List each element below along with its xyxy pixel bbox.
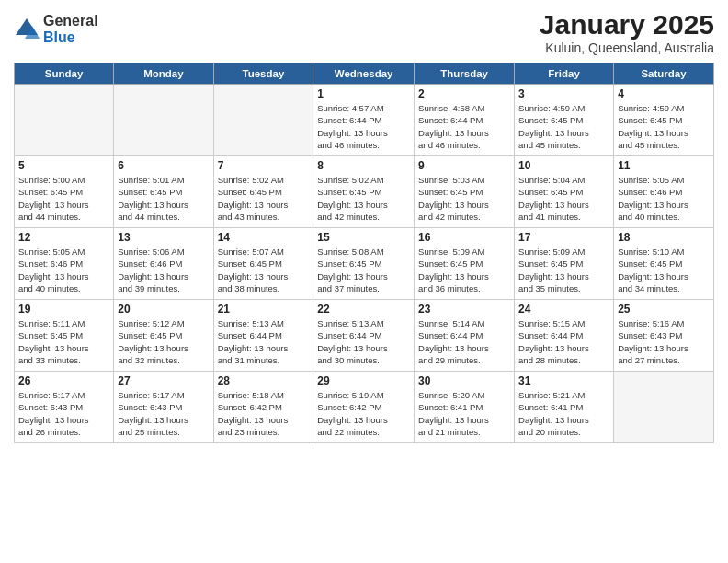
day-info: Sunrise: 4:58 AM Sunset: 6:44 PM Dayligh…: [418, 102, 510, 151]
day-info: Sunrise: 5:02 AM Sunset: 6:45 PM Dayligh…: [218, 174, 310, 223]
day-info: Sunrise: 4:57 AM Sunset: 6:44 PM Dayligh…: [317, 102, 410, 151]
table-row: 6Sunrise: 5:01 AM Sunset: 6:45 PM Daylig…: [114, 156, 213, 228]
week-row-2: 12Sunrise: 5:05 AM Sunset: 6:46 PM Dayli…: [15, 228, 714, 300]
calendar-table: Sunday Monday Tuesday Wednesday Thursday…: [14, 63, 714, 443]
day-number: 9: [418, 159, 510, 172]
table-row: [213, 85, 313, 156]
table-row: 21Sunrise: 5:13 AM Sunset: 6:44 PM Dayli…: [213, 300, 313, 372]
table-row: 17Sunrise: 5:09 AM Sunset: 6:45 PM Dayli…: [515, 228, 614, 300]
day-number: 13: [118, 231, 209, 244]
day-info: Sunrise: 5:15 AM Sunset: 6:44 PM Dayligh…: [518, 317, 609, 366]
day-number: 24: [518, 303, 609, 316]
day-info: Sunrise: 5:06 AM Sunset: 6:46 PM Dayligh…: [118, 246, 209, 294]
table-row: 3Sunrise: 4:59 AM Sunset: 6:45 PM Daylig…: [515, 85, 614, 156]
day-info: Sunrise: 5:17 AM Sunset: 6:43 PM Dayligh…: [118, 389, 209, 438]
day-number: 20: [118, 303, 209, 316]
header-saturday: Saturday: [614, 63, 714, 85]
day-number: 26: [18, 374, 109, 387]
day-info: Sunrise: 5:11 AM Sunset: 6:45 PM Dayligh…: [18, 317, 109, 366]
table-row: 25Sunrise: 5:16 AM Sunset: 6:43 PM Dayli…: [614, 300, 714, 372]
day-number: 6: [118, 159, 209, 172]
title-block: January 2025 Kuluin, Queensland, Austral…: [540, 9, 714, 55]
table-row: 31Sunrise: 5:21 AM Sunset: 6:41 PM Dayli…: [515, 372, 614, 443]
day-info: Sunrise: 5:01 AM Sunset: 6:45 PM Dayligh…: [118, 174, 209, 223]
day-number: 18: [618, 231, 710, 244]
day-info: Sunrise: 5:03 AM Sunset: 6:45 PM Dayligh…: [418, 174, 510, 223]
table-row: [15, 85, 114, 156]
day-number: 27: [118, 374, 209, 387]
table-row: [614, 372, 714, 443]
table-row: 11Sunrise: 5:05 AM Sunset: 6:46 PM Dayli…: [614, 156, 714, 228]
day-info: Sunrise: 5:05 AM Sunset: 6:46 PM Dayligh…: [618, 174, 710, 223]
table-row: 27Sunrise: 5:17 AM Sunset: 6:43 PM Dayli…: [114, 372, 213, 443]
day-number: 30: [418, 374, 510, 387]
header-friday: Friday: [515, 63, 614, 85]
logo-icon: [14, 17, 40, 42]
table-row: 14Sunrise: 5:07 AM Sunset: 6:45 PM Dayli…: [213, 228, 313, 300]
day-info: Sunrise: 5:02 AM Sunset: 6:45 PM Dayligh…: [317, 174, 410, 223]
month-title: January 2025: [540, 9, 714, 40]
day-info: Sunrise: 5:17 AM Sunset: 6:43 PM Dayligh…: [18, 389, 109, 438]
day-info: Sunrise: 5:21 AM Sunset: 6:41 PM Dayligh…: [518, 389, 609, 438]
day-info: Sunrise: 5:20 AM Sunset: 6:41 PM Dayligh…: [418, 389, 510, 438]
day-number: 19: [18, 303, 109, 316]
day-number: 7: [218, 159, 310, 172]
day-number: 17: [518, 231, 609, 244]
day-info: Sunrise: 5:00 AM Sunset: 6:45 PM Dayligh…: [18, 174, 109, 223]
weekday-header-row: Sunday Monday Tuesday Wednesday Thursday…: [15, 63, 714, 85]
table-row: 15Sunrise: 5:08 AM Sunset: 6:45 PM Dayli…: [313, 228, 415, 300]
table-row: 10Sunrise: 5:04 AM Sunset: 6:45 PM Dayli…: [515, 156, 614, 228]
week-row-0: 1Sunrise: 4:57 AM Sunset: 6:44 PM Daylig…: [15, 85, 714, 156]
day-info: Sunrise: 5:19 AM Sunset: 6:42 PM Dayligh…: [317, 389, 410, 438]
day-number: 22: [317, 303, 410, 316]
table-row: 7Sunrise: 5:02 AM Sunset: 6:45 PM Daylig…: [213, 156, 313, 228]
header-tuesday: Tuesday: [213, 63, 313, 85]
day-number: 23: [418, 303, 510, 316]
header-wednesday: Wednesday: [313, 63, 415, 85]
table-row: 4Sunrise: 4:59 AM Sunset: 6:45 PM Daylig…: [614, 85, 714, 156]
day-info: Sunrise: 5:16 AM Sunset: 6:43 PM Dayligh…: [618, 317, 710, 366]
table-row: 28Sunrise: 5:18 AM Sunset: 6:42 PM Dayli…: [213, 372, 313, 443]
day-info: Sunrise: 5:18 AM Sunset: 6:42 PM Dayligh…: [218, 389, 310, 438]
day-info: Sunrise: 5:04 AM Sunset: 6:45 PM Dayligh…: [518, 174, 609, 223]
logo: General Blue: [14, 13, 98, 45]
table-row: 30Sunrise: 5:20 AM Sunset: 6:41 PM Dayli…: [415, 372, 515, 443]
day-info: Sunrise: 5:14 AM Sunset: 6:44 PM Dayligh…: [418, 317, 510, 366]
day-number: 31: [518, 374, 609, 387]
header-thursday: Thursday: [415, 63, 515, 85]
day-info: Sunrise: 5:09 AM Sunset: 6:45 PM Dayligh…: [518, 246, 609, 294]
table-row: 26Sunrise: 5:17 AM Sunset: 6:43 PM Dayli…: [15, 372, 114, 443]
day-number: 1: [317, 87, 410, 100]
day-number: 14: [218, 231, 310, 244]
table-row: 16Sunrise: 5:09 AM Sunset: 6:45 PM Dayli…: [415, 228, 515, 300]
day-info: Sunrise: 5:07 AM Sunset: 6:45 PM Dayligh…: [218, 246, 310, 294]
table-row: 29Sunrise: 5:19 AM Sunset: 6:42 PM Dayli…: [313, 372, 415, 443]
table-row: 1Sunrise: 4:57 AM Sunset: 6:44 PM Daylig…: [313, 85, 415, 156]
day-info: Sunrise: 5:13 AM Sunset: 6:44 PM Dayligh…: [218, 317, 310, 366]
table-row: 24Sunrise: 5:15 AM Sunset: 6:44 PM Dayli…: [515, 300, 614, 372]
day-number: 15: [317, 231, 410, 244]
table-row: 20Sunrise: 5:12 AM Sunset: 6:45 PM Dayli…: [114, 300, 213, 372]
table-row: 19Sunrise: 5:11 AM Sunset: 6:45 PM Dayli…: [15, 300, 114, 372]
day-number: 29: [317, 374, 410, 387]
day-number: 3: [518, 87, 609, 100]
table-row: [114, 85, 213, 156]
table-row: 8Sunrise: 5:02 AM Sunset: 6:45 PM Daylig…: [313, 156, 415, 228]
day-info: Sunrise: 5:09 AM Sunset: 6:45 PM Dayligh…: [418, 246, 510, 294]
table-row: 13Sunrise: 5:06 AM Sunset: 6:46 PM Dayli…: [114, 228, 213, 300]
day-info: Sunrise: 5:05 AM Sunset: 6:46 PM Dayligh…: [18, 246, 109, 294]
day-info: Sunrise: 4:59 AM Sunset: 6:45 PM Dayligh…: [518, 102, 609, 151]
day-info: Sunrise: 5:10 AM Sunset: 6:45 PM Dayligh…: [618, 246, 710, 294]
logo-blue-text: Blue: [43, 29, 98, 46]
header-monday: Monday: [114, 63, 213, 85]
day-number: 21: [218, 303, 310, 316]
day-info: Sunrise: 5:12 AM Sunset: 6:45 PM Dayligh…: [118, 317, 209, 366]
day-number: 11: [618, 159, 710, 172]
table-row: 22Sunrise: 5:13 AM Sunset: 6:44 PM Dayli…: [313, 300, 415, 372]
week-row-1: 5Sunrise: 5:00 AM Sunset: 6:45 PM Daylig…: [15, 156, 714, 228]
day-number: 10: [518, 159, 609, 172]
week-row-4: 26Sunrise: 5:17 AM Sunset: 6:43 PM Dayli…: [15, 372, 714, 443]
header-sunday: Sunday: [15, 63, 114, 85]
day-number: 8: [317, 159, 410, 172]
day-number: 4: [618, 87, 710, 100]
